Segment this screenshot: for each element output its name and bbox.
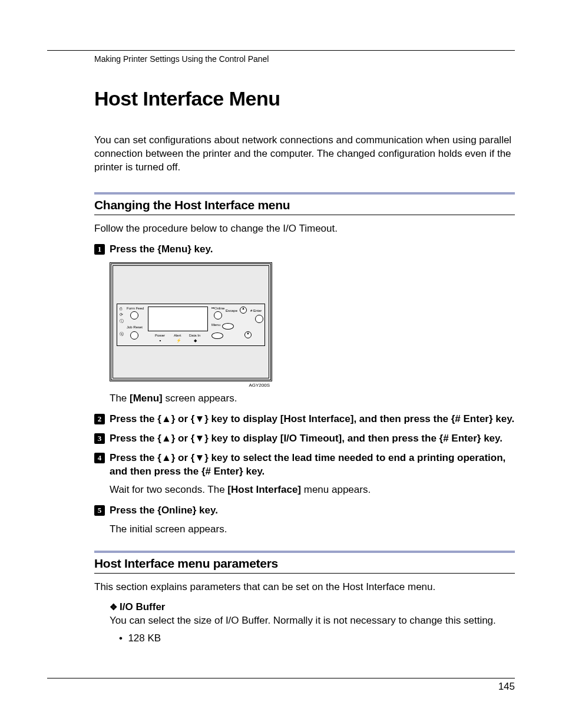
arrows-icon: ⟳: [120, 312, 123, 317]
label-enter: # Enter: [250, 309, 262, 312]
label-data-in: Data In: [189, 334, 200, 337]
step-number-icon: 2: [94, 414, 105, 424]
io-buffer-heading: ❖I/O Buffer: [110, 601, 515, 613]
step-number-icon: 3: [94, 433, 105, 444]
label-job-reset: Job Reset: [127, 325, 143, 329]
down-arrow-icon: ▼: [246, 332, 250, 335]
up-arrow-icon: ▲: [242, 307, 245, 310]
step-1: 1 Press the {Menu} key.: [94, 243, 515, 256]
step-2: 2 Press the {▲} or {▼} key to display [H…: [94, 413, 515, 426]
step-4: 4 Press the {▲} or {▼} key to select the…: [94, 452, 515, 479]
step-1-key: {Menu}: [157, 243, 191, 255]
step-4-after: Wait for two seconds. The [Host Interfac…: [110, 484, 515, 496]
lcd-screen: [148, 307, 208, 331]
page-footer: 145: [47, 678, 515, 693]
info-icon: ⓘ: [120, 318, 124, 324]
step-4-text: Press the {▲} or {▼} key to select the l…: [110, 452, 515, 479]
io-buffer-title: I/O Buffer: [120, 601, 165, 612]
step-3-text: Press the {▲} or {▼} key to display [I/O…: [110, 432, 503, 446]
button-job-reset: [130, 331, 138, 340]
data-in-icon: ◆: [194, 338, 197, 343]
label-online: ↦Online: [211, 306, 224, 310]
s1-after-pre: The: [110, 393, 130, 404]
error-icon: ⓧ: [120, 331, 124, 337]
step-3: 3 Press the {▲} or {▼} key to display [I…: [94, 432, 515, 446]
step-number-icon: 4: [94, 453, 105, 463]
button-online: [214, 311, 222, 319]
section2-lead: This section explains parameters that ca…: [94, 581, 515, 594]
button-menu: [222, 323, 234, 330]
s4-after-bold: [Host Interface]: [227, 484, 301, 495]
section-underline: [94, 215, 515, 215]
panel-band: ⎙ Form Feed ⟳ ⓘ Job Reset ⓧ Power ⚬: [117, 304, 265, 346]
section-changing-heading: Changing the Host Interface menu: [94, 198, 515, 212]
figure-code: AGY200S: [110, 381, 272, 388]
section-lead: Follow the procedure below to change the…: [94, 222, 515, 236]
label-alert: Alert: [174, 334, 181, 337]
panel-outer-frame: ⎙ Form Feed ⟳ ⓘ Job Reset ⓧ Power ⚬: [110, 262, 272, 381]
step-number-icon: 5: [94, 505, 105, 516]
s4-after-pre: Wait for two seconds. The: [110, 484, 227, 495]
io-buffer-body: You can select the size of I/O Buffer. N…: [110, 614, 515, 628]
section2-top-rule: [94, 551, 515, 553]
button-enter: [255, 315, 263, 323]
s4-after-post: menu appears.: [301, 484, 371, 495]
button-lower: [211, 332, 223, 339]
diamond-bullet-icon: ❖: [110, 602, 117, 612]
step-5-after: The initial screen appears.: [110, 523, 515, 535]
printer-icon: ⎙: [120, 307, 122, 311]
label-escape: Escape: [226, 309, 237, 312]
step-number-icon: 1: [94, 244, 105, 255]
label-menu: Menu: [211, 323, 220, 327]
panel-inner: ⎙ Form Feed ⟳ ⓘ Job Reset ⓧ Power ⚬: [113, 265, 269, 378]
breadcrumb: Making Printer Settings Using the Contro…: [94, 54, 515, 64]
printer-panel-figure: ⎙ Form Feed ⟳ ⓘ Job Reset ⓧ Power ⚬: [110, 262, 272, 388]
top-rule: [47, 50, 515, 51]
step-5-text: Press the {Online} key.: [110, 504, 218, 518]
step-2-text: Press the {▲} or {▼} key to display [Hos…: [110, 413, 514, 426]
step-5: 5 Press the {Online} key.: [94, 504, 515, 518]
page-title: Host Interface Menu: [94, 87, 515, 110]
s1-after-bold: [Menu]: [130, 393, 163, 404]
s1-after-post: screen appears.: [163, 393, 237, 404]
step-1-after: The [Menu] screen appears.: [110, 393, 515, 404]
page-number: 145: [47, 681, 515, 693]
label-power: Power: [155, 334, 165, 337]
footer-rule: [47, 678, 515, 678]
intro-text: You can set configurations about network…: [94, 134, 515, 174]
section-top-rule: [94, 192, 515, 195]
section-params-heading: Host Interface menu parameters: [94, 556, 515, 571]
step-1-post: key.: [191, 243, 213, 255]
button-form-feed: [130, 311, 138, 319]
io-buffer-item: • 128 KB: [119, 633, 515, 644]
power-icon: ⚬: [158, 338, 162, 343]
step-1-pre: Press the: [110, 243, 157, 255]
label-form-feed: Form Feed: [127, 307, 144, 310]
section2-underline: [94, 573, 515, 574]
alert-icon: ⚡: [176, 338, 181, 343]
step-1-text: Press the {Menu} key.: [110, 243, 213, 256]
